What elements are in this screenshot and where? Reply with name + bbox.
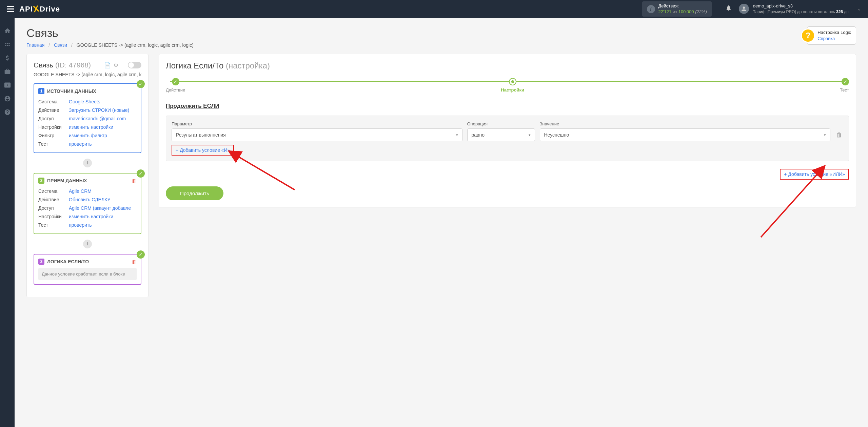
logo-x-icon: X — [32, 3, 40, 15]
chevron-down-icon: ⌄ — [857, 6, 861, 12]
add-or-condition-button[interactable]: + Добавить условие «ИЛИ» — [780, 169, 849, 180]
step-settings[interactable]: Настройки — [501, 78, 524, 93]
plus-icon: + — [784, 171, 787, 177]
toggle-switch[interactable] — [128, 62, 141, 68]
op-label: Операция — [467, 121, 535, 126]
add-and-condition-button[interactable]: + Добавить условие «И» — [172, 145, 234, 156]
chevron-down-icon: ▾ — [824, 133, 826, 137]
logo-text-2: Drive — [40, 5, 60, 14]
actions-counter[interactable]: i Действия: 22'121 из 100'000 (22%) — [642, 1, 712, 17]
stepper: ✓ Действие Настройки ✓ Тест — [166, 78, 849, 93]
logo-text-1: API — [19, 5, 33, 14]
topbar: API X Drive i Действия: 22'121 из 100'00… — [0, 0, 868, 18]
val-select[interactable]: Неуспешно▾ — [540, 128, 831, 141]
question-icon[interactable]: ? — [802, 29, 814, 42]
user-name: demo_apix-drive_s3 — [753, 3, 849, 9]
document-icon[interactable]: 📄 — [104, 62, 111, 68]
gear-icon[interactable]: ⚙ — [114, 62, 118, 68]
block1-settings[interactable]: изменить настройки — [69, 124, 137, 131]
logic-block: ✓ 3ЛОГИКА ЕСЛИ/ТО 🗑 Данное условие срабо… — [34, 254, 141, 285]
block2-system[interactable]: Agile CRM — [69, 188, 137, 195]
block2-title: ПРИЕМ ДАННЫХ — [47, 178, 87, 183]
page-title: Связь — [26, 26, 194, 40]
block2-settings[interactable]: изменить настройки — [69, 213, 137, 220]
op-select[interactable]: равно▾ — [467, 128, 535, 141]
block2-access[interactable]: Agile CRM (аккаунт добавле — [69, 205, 137, 212]
info-icon: i — [647, 5, 655, 13]
breadcrumb-home[interactable]: Главная — [26, 42, 44, 48]
source-block: ✓ 1ИСТОЧНИК ДАННЫХ СистемаGoogle Sheets … — [34, 83, 141, 153]
breadcrumb: Главная / Связи / GOOGLE SHEETS -> (agil… — [26, 42, 194, 48]
sidebar-home[interactable] — [0, 24, 15, 38]
logic-settings-panel: Логика Если/То (настройка) ✓ Действие На… — [159, 54, 856, 207]
section-title: Продолжить ЕСЛИ — [166, 103, 849, 109]
add-block-button-1[interactable]: + — [83, 159, 92, 167]
chevron-down-icon: ▾ — [456, 133, 458, 137]
check-icon: ✓ — [137, 250, 145, 259]
destination-block: ✓ 2ПРИЕМ ДАННЫХ 🗑 СистемаAgile CRM Дейст… — [34, 173, 141, 234]
param-select[interactable]: Результат выполнения▾ — [172, 128, 462, 141]
actions-label: Действия: — [658, 3, 707, 9]
step-action[interactable]: ✓ Действие — [166, 78, 185, 93]
param-label: Параметр — [172, 121, 462, 126]
chevron-down-icon: ▾ — [529, 133, 531, 137]
logo[interactable]: API X Drive — [19, 4, 60, 14]
block2-test[interactable]: проверить — [69, 222, 137, 229]
step-test[interactable]: ✓ Тест — [840, 78, 849, 93]
sidebar-connections[interactable] — [0, 38, 15, 51]
trash-icon[interactable]: 🗑 — [132, 178, 137, 184]
user-menu[interactable]: demo_apix-drive_s3 Тариф |Премиум PRO| д… — [739, 3, 861, 15]
condition-group: Параметр Результат выполнения▾ Операция … — [166, 116, 849, 161]
actions-values: 22'121 из 100'000 (22%) — [658, 9, 707, 15]
block1-title: ИСТОЧНИК ДАННЫХ — [47, 88, 96, 94]
breadcrumb-current: GOOGLE SHEETS -> (agile crm, logic, agil… — [77, 42, 194, 48]
block1-action[interactable]: Загрузить СТРОКИ (новые) — [69, 107, 137, 114]
block1-system[interactable]: Google Sheets — [69, 98, 137, 105]
connection-subtitle: GOOGLE SHEETS -> (agile crm, logic, agil… — [34, 72, 141, 77]
sidebar-briefcase[interactable] — [0, 65, 15, 78]
sidebar-payments[interactable] — [0, 51, 15, 65]
val-label: Значение — [540, 121, 831, 126]
check-icon: ✓ — [137, 169, 145, 178]
bell-icon[interactable] — [725, 5, 732, 13]
tariff-text: Тариф |Премиум PRO| до оплаты осталось 3… — [753, 9, 849, 15]
help-link[interactable]: Справка — [817, 36, 835, 41]
block3-title: ЛОГИКА ЕСЛИ/ТО — [47, 259, 89, 264]
add-block-button-2[interactable]: + — [83, 240, 92, 248]
continue-button[interactable]: Продолжить — [166, 186, 223, 200]
block1-test[interactable]: проверить — [69, 141, 137, 148]
block1-access[interactable]: maverickandrii@gmail.com — [69, 115, 137, 122]
sidebar-help[interactable] — [0, 105, 15, 119]
delete-condition-button[interactable]: 🗑 — [835, 128, 843, 141]
help-widget: ? Настройка Logic Справка — [807, 26, 856, 45]
block1-filter[interactable]: изменить фильтр — [69, 132, 137, 139]
sidebar-account[interactable] — [0, 92, 15, 105]
logic-note: Данное условие сработает, если в блоке — [38, 268, 137, 280]
block2-action[interactable]: Обновить СДЕЛКУ — [69, 196, 137, 203]
right-title: Логика Если/То (настройка) — [166, 61, 849, 70]
check-icon: ✓ — [137, 80, 145, 88]
svg-line-1 — [761, 173, 818, 237]
help-title: Настройка Logic — [817, 29, 851, 36]
avatar-icon — [739, 4, 749, 14]
sidebar — [0, 18, 15, 427]
breadcrumb-links[interactable]: Связи — [54, 42, 67, 48]
connection-panel: Связь (ID: 47968) 📄 ⚙ GOOGLE SHEETS -> (… — [26, 54, 149, 297]
menu-toggle[interactable] — [7, 5, 14, 13]
trash-icon[interactable]: 🗑 — [132, 259, 137, 265]
sidebar-video[interactable] — [0, 78, 15, 92]
connection-title: Связь (ID: 47968) — [34, 61, 91, 69]
plus-icon: + — [176, 147, 178, 153]
